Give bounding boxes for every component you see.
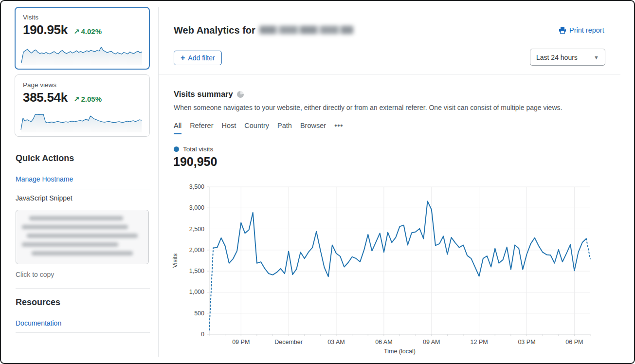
javascript-snippet-code-box[interactable] xyxy=(16,210,149,264)
javascript-snippet-label: JavaScript Snippet xyxy=(16,194,73,202)
svg-text:06 AM: 06 AM xyxy=(375,339,392,346)
svg-text:2,500: 2,500 xyxy=(189,226,204,233)
metric-label: Visits xyxy=(23,14,142,21)
chevron-down-icon: ▼ xyxy=(594,55,599,60)
header-divider xyxy=(159,74,620,74)
svg-text:03 PM: 03 PM xyxy=(518,339,535,346)
svg-text:Visits: Visits xyxy=(172,254,179,268)
svg-text:06 PM: 06 PM xyxy=(565,339,583,346)
svg-text:1,500: 1,500 xyxy=(189,268,204,274)
click-to-copy-hint: Click to copy xyxy=(16,271,54,278)
svg-text:2,000: 2,000 xyxy=(189,247,204,254)
svg-text:0: 0 xyxy=(201,331,204,338)
chart-legend: Total visits xyxy=(174,146,213,153)
svg-text:500: 500 xyxy=(194,310,204,317)
tabs-more-button[interactable]: ••• xyxy=(334,122,343,134)
total-visits-value: 190,950 xyxy=(173,155,217,169)
svg-text:03 AM: 03 AM xyxy=(327,339,345,346)
trend-up-icon: ↗ xyxy=(73,27,80,36)
page-title: Web Analytics for xyxy=(174,25,353,36)
redacted-code-line xyxy=(22,225,128,229)
svg-text:09 PM: 09 PM xyxy=(232,339,250,346)
add-filter-button[interactable]: + Add filter xyxy=(174,51,222,65)
metric-change: ↗4.02% xyxy=(73,27,102,36)
tab-referer[interactable]: Referer xyxy=(190,122,213,134)
redacted-code-line xyxy=(22,242,118,247)
visits-sparkline xyxy=(20,39,143,66)
redacted-code-line xyxy=(29,216,123,220)
metric-change: ↗2.05% xyxy=(73,95,102,104)
divider xyxy=(16,288,150,289)
visits-summary-heading: Visits summary xyxy=(174,90,244,99)
quick-actions-heading: Quick Actions xyxy=(16,153,74,164)
metric-value: 385.54k xyxy=(23,90,68,105)
svg-text:3,500: 3,500 xyxy=(189,183,204,190)
tab-browser[interactable]: Browser xyxy=(300,122,326,134)
visits-summary-description: When someone navigates to your website, … xyxy=(174,104,562,111)
divider xyxy=(16,332,150,333)
redacted-domain xyxy=(259,26,353,34)
metric-label: Page views xyxy=(23,81,142,89)
manage-hostname-link[interactable]: Manage Hostname xyxy=(16,175,73,183)
time-range-select[interactable]: Last 24 hours ▼ xyxy=(530,49,605,66)
summary-tabs: AllRefererHostCountryPathBrowser••• xyxy=(174,122,343,134)
svg-text:December: December xyxy=(274,339,303,346)
resources-heading: Resources xyxy=(16,297,60,308)
metric-card-page-views[interactable]: Page views 385.54k ↗2.05% xyxy=(15,74,150,137)
time-range-value: Last 24 hours xyxy=(536,54,578,61)
tab-all[interactable]: All xyxy=(174,122,181,134)
tab-host[interactable]: Host xyxy=(221,122,236,134)
pie-chart-icon xyxy=(237,91,244,98)
tab-path[interactable]: Path xyxy=(277,122,292,134)
svg-text:12 PM: 12 PM xyxy=(471,339,488,346)
visits-line-chart: 05001,0001,5002,0002,5003,0003,50009 PMD… xyxy=(171,182,599,358)
divider xyxy=(16,189,150,189)
sidebar-main-divider xyxy=(158,7,159,357)
legend-label: Total visits xyxy=(183,146,213,153)
metric-card-visits[interactable]: Visits 190.95k ↗4.02% xyxy=(15,7,150,70)
redacted-code-line xyxy=(27,234,138,238)
documentation-link[interactable]: Documentation xyxy=(16,319,61,327)
trend-up-icon: ↗ xyxy=(73,95,80,103)
print-report-button[interactable]: Print report xyxy=(559,26,604,34)
svg-text:1,000: 1,000 xyxy=(189,289,204,295)
page-views-sparkline xyxy=(20,107,143,133)
plus-icon: + xyxy=(181,54,185,62)
tab-country[interactable]: Country xyxy=(244,122,269,134)
svg-text:3,000: 3,000 xyxy=(189,204,204,211)
legend-dot-icon xyxy=(174,146,179,152)
metric-value: 190.95k xyxy=(23,22,68,37)
svg-text:09 AM: 09 AM xyxy=(423,339,440,346)
svg-text:Time (local): Time (local) xyxy=(384,348,416,355)
printer-icon xyxy=(559,26,566,34)
redacted-code-line xyxy=(32,251,133,255)
